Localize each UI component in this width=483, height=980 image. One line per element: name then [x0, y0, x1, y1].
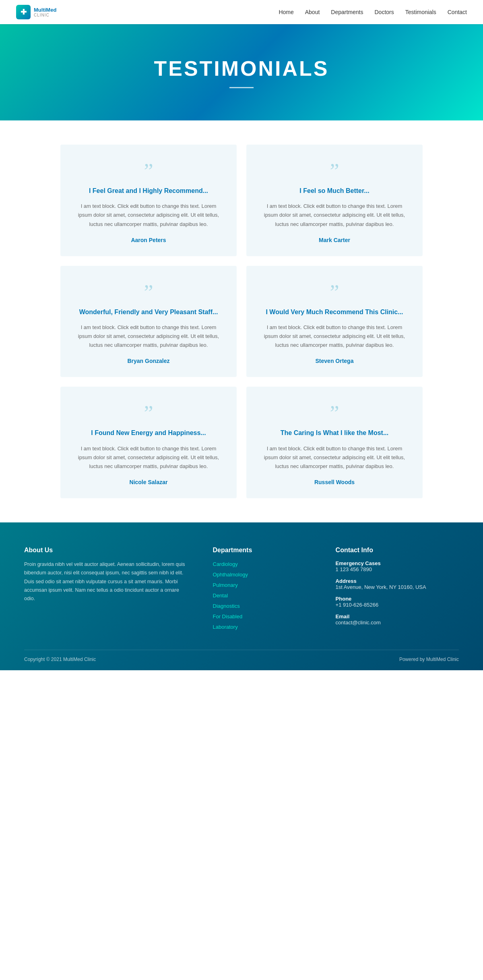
testimonial-text-5: I am text block. Click edit button to ch… — [76, 444, 221, 471]
dept-link-laboratory[interactable]: Laboratory — [213, 624, 238, 630]
nav-doctors[interactable]: Doctors — [374, 9, 394, 15]
nav-departments[interactable]: Departments — [331, 9, 363, 15]
quote-icon-4: ” — [330, 282, 339, 303]
footer-departments-title: Departments — [213, 547, 312, 554]
email-value: contact@clinic.com — [336, 619, 459, 626]
logo-text-block: MultiMed CLINIC — [34, 7, 56, 18]
testimonial-author-6: Russell Woods — [314, 479, 355, 485]
quote-icon-6: ” — [330, 403, 339, 424]
email-label: Email — [336, 613, 459, 619]
hero-section: TESTIMONIALS — [0, 24, 483, 120]
dept-item-diagnostics: Diagnostics — [213, 602, 312, 609]
testimonials-grid: ” I Feel Great and I Highly Recommend...… — [60, 145, 423, 498]
testimonial-text-4: I am text block. Click edit button to ch… — [262, 323, 407, 350]
dept-link-disabled[interactable]: For Disabled — [213, 613, 243, 619]
logo-name: MultiMed — [34, 7, 56, 13]
testimonial-author-1: Aaron Peters — [131, 237, 166, 243]
quote-icon-2: ” — [330, 161, 339, 182]
footer-bottom: Copyright © 2021 MultiMed Clinic Powered… — [24, 650, 459, 662]
dept-item-dental: Dental — [213, 592, 312, 599]
hero-title: TESTIMONIALS — [154, 56, 329, 81]
logo-icon: ✚ — [16, 5, 31, 19]
dept-link-diagnostics[interactable]: Diagnostics — [213, 603, 240, 609]
dept-link-pulmonary[interactable]: Pulmonary — [213, 582, 238, 588]
nav-links: Home About Departments Doctors Testimoni… — [279, 9, 467, 15]
testimonial-author-4: Steven Ortega — [316, 358, 354, 364]
footer-departments: Departments Cardiology Ophthalmology Pul… — [213, 547, 312, 634]
phone-value: +1 910-626-85266 — [336, 602, 459, 608]
dept-link-dental[interactable]: Dental — [213, 593, 228, 599]
dept-link-cardiology[interactable]: Cardiology — [213, 561, 238, 567]
testimonial-card-4: ” I Would Very Much Recommend This Clini… — [246, 266, 423, 377]
testimonial-title-2: I Feel so Much Better... — [299, 186, 369, 195]
footer-about: About Us Proin gravida nibh vel velit au… — [24, 547, 189, 634]
hero-divider — [229, 87, 254, 88]
dept-item-cardiology: Cardiology — [213, 560, 312, 568]
dept-link-ophthalmology[interactable]: Ophthalmology — [213, 572, 248, 578]
footer-contact-title: Contact Info — [336, 547, 459, 554]
logo[interactable]: ✚ MultiMed CLINIC — [16, 5, 56, 19]
nav-testimonials[interactable]: Testimonials — [405, 9, 436, 15]
dept-item-laboratory: Laboratory — [213, 623, 312, 630]
testimonial-title-1: I Feel Great and I Highly Recommend... — [89, 186, 208, 195]
dept-item-pulmonary: Pulmonary — [213, 581, 312, 588]
powered-by: Powered by MultiMed Clinic — [399, 657, 459, 662]
testimonial-card-6: ” The Caring Is What I like the Most... … — [246, 387, 423, 498]
copyright: Copyright © 2021 MultiMed Clinic — [24, 657, 96, 662]
testimonial-title-3: Wonderful, Friendly and Very Pleasant St… — [79, 308, 218, 317]
testimonial-text-1: I am text block. Click edit button to ch… — [76, 202, 221, 228]
testimonial-author-2: Mark Carter — [319, 237, 350, 243]
address-value: 1st Avenue, New York, NY 10160, USA — [336, 584, 459, 590]
address-label: Address — [336, 578, 459, 584]
testimonial-card-5: ” I Found New Energy and Happiness... I … — [60, 387, 237, 498]
testimonial-author-5: Nicole Salazar — [130, 479, 168, 485]
nav-contact[interactable]: Contact — [448, 9, 467, 15]
emergency-phone: 1 123 456 7890 — [336, 566, 459, 572]
phone-label: Phone — [336, 596, 459, 602]
emergency-label: Emergency Cases — [336, 560, 459, 566]
contact-email: Email contact@clinic.com — [336, 613, 459, 626]
testimonial-title-5: I Found New Energy and Happiness... — [91, 429, 206, 437]
dept-item-ophthalmology: Ophthalmology — [213, 571, 312, 578]
main-content: ” I Feel Great and I Highly Recommend...… — [0, 120, 483, 522]
navigation: ✚ MultiMed CLINIC Home About Departments… — [0, 0, 483, 24]
nav-home[interactable]: Home — [279, 9, 293, 15]
footer-contact: Contact Info Emergency Cases 1 123 456 7… — [336, 547, 459, 634]
contact-emergency: Emergency Cases 1 123 456 7890 — [336, 560, 459, 572]
nav-about[interactable]: About — [305, 9, 320, 15]
testimonial-author-3: Bryan Gonzalez — [127, 358, 169, 364]
logo-sub: CLINIC — [34, 13, 56, 17]
testimonial-text-3: I am text block. Click edit button to ch… — [76, 323, 221, 350]
testimonial-title-4: I Would Very Much Recommend This Clinic.… — [266, 308, 403, 317]
footer-about-text: Proin gravida nibh vel velit auctor aliq… — [24, 560, 189, 603]
quote-icon-5: ” — [144, 403, 153, 424]
contact-address: Address 1st Avenue, New York, NY 10160, … — [336, 578, 459, 590]
testimonial-card-2: ” I Feel so Much Better... I am text blo… — [246, 145, 423, 256]
contact-phone: Phone +1 910-626-85266 — [336, 596, 459, 608]
testimonial-text-2: I am text block. Click edit button to ch… — [262, 202, 407, 228]
dept-item-disabled: For Disabled — [213, 613, 312, 620]
testimonial-title-6: The Caring Is What I like the Most... — [281, 429, 388, 437]
quote-icon-1: ” — [144, 161, 153, 182]
testimonial-card-1: ” I Feel Great and I Highly Recommend...… — [60, 145, 237, 256]
footer-grid: About Us Proin gravida nibh vel velit au… — [24, 547, 459, 634]
quote-icon-3: ” — [144, 282, 153, 303]
footer-about-title: About Us — [24, 547, 189, 554]
testimonial-card-3: ” Wonderful, Friendly and Very Pleasant … — [60, 266, 237, 377]
footer: About Us Proin gravida nibh vel velit au… — [0, 522, 483, 670]
footer-departments-list: Cardiology Ophthalmology Pulmonary Denta… — [213, 560, 312, 630]
testimonial-text-6: I am text block. Click edit button to ch… — [262, 444, 407, 471]
